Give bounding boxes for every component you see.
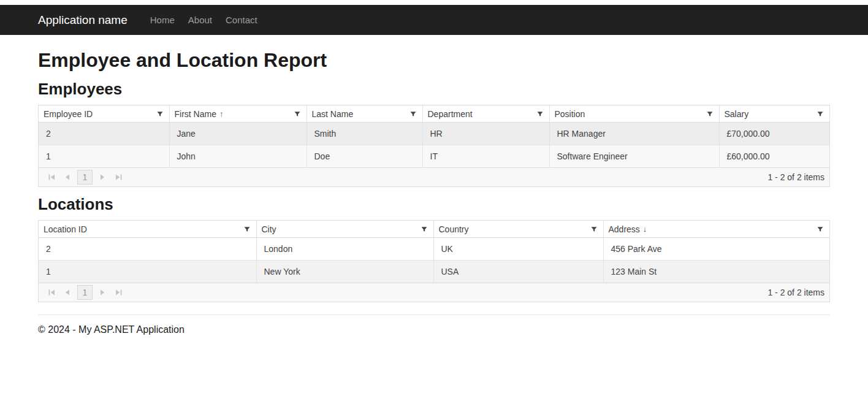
navbar: Application name Home About Contact: [0, 5, 868, 35]
current-page-button[interactable]: 1: [77, 170, 93, 185]
table-cell: 2: [39, 238, 256, 261]
column-label: Last Name: [312, 109, 354, 119]
filter-icon[interactable]: [706, 110, 714, 118]
column-label: Location ID: [44, 224, 87, 234]
filter-icon[interactable]: [156, 110, 164, 118]
filter-icon[interactable]: [590, 225, 598, 234]
column-label: City: [262, 224, 276, 234]
page-title: Employee and Location Report: [38, 49, 830, 72]
locations-pager: 1 1 - 2 of 2 items: [39, 283, 829, 302]
employees-grid: Employee ID First Name ↑: [38, 105, 830, 187]
column-header-department[interactable]: Department: [422, 105, 549, 123]
table-cell: 1: [39, 261, 256, 283]
table-cell: £70,000.00: [719, 123, 829, 145]
table-cell: £60,000.00: [719, 145, 829, 168]
table-cell: London: [256, 238, 433, 261]
column-header-location-id[interactable]: Location ID: [39, 221, 256, 238]
filter-icon[interactable]: [243, 225, 251, 234]
sort-desc-icon: ↓: [643, 224, 647, 234]
column-label: Position: [555, 109, 585, 119]
navbar-container: Application name Home About Contact: [38, 5, 830, 35]
nav-link-home[interactable]: Home: [143, 15, 181, 25]
table-cell: 123 Main St: [603, 261, 829, 283]
first-page-button[interactable]: [44, 285, 59, 300]
nav-links: Home About Contact: [143, 15, 264, 25]
filter-icon[interactable]: [536, 110, 544, 118]
prev-page-button[interactable]: [59, 285, 75, 300]
main-content: Employee and Location Report Employees E…: [38, 49, 830, 345]
column-header-city[interactable]: City: [256, 221, 433, 238]
next-page-button[interactable]: [94, 285, 110, 300]
last-page-button[interactable]: [110, 170, 126, 185]
employees-heading: Employees: [38, 80, 830, 99]
locations-grid: Location ID City: [38, 220, 830, 302]
table-cell: UK: [433, 238, 603, 261]
copyright-text: © 2024 - My ASP.NET Application: [38, 324, 830, 335]
table-row: 2 London UK 456 Park Ave: [39, 238, 829, 261]
table-cell: 456 Park Ave: [603, 238, 829, 261]
pager-info: 1 - 2 of 2 items: [767, 288, 824, 297]
column-header-salary[interactable]: Salary: [719, 105, 829, 123]
table-cell: Software Engineer: [549, 145, 719, 168]
column-label: Country: [439, 224, 469, 234]
column-label: Employee ID: [44, 109, 93, 119]
pager-info: 1 - 2 of 2 items: [767, 172, 824, 182]
column-header-last-name[interactable]: Last Name: [306, 105, 422, 123]
filter-icon[interactable]: [293, 110, 302, 118]
locations-heading: Locations: [38, 195, 830, 214]
employees-pager: 1 1 - 2 of 2 items: [39, 167, 829, 186]
filter-icon[interactable]: [816, 110, 824, 118]
table-cell: HR: [422, 123, 549, 145]
filter-icon[interactable]: [816, 225, 824, 234]
column-header-country[interactable]: Country: [433, 221, 603, 238]
table-cell: New York: [256, 261, 433, 283]
locations-header-row: Location ID City: [39, 221, 829, 238]
table-cell: John: [169, 145, 306, 168]
table-cell: 2: [39, 123, 169, 145]
first-page-button[interactable]: [44, 170, 59, 185]
table-cell: Jane: [169, 123, 306, 145]
sort-asc-icon: ↑: [219, 109, 224, 118]
table-cell: Smith: [306, 123, 422, 145]
table-cell: Doe: [306, 145, 422, 168]
prev-page-button[interactable]: [59, 170, 75, 185]
nav-link-about[interactable]: About: [181, 15, 219, 25]
filter-icon[interactable]: [409, 110, 417, 118]
last-page-button[interactable]: [110, 285, 126, 300]
column-label: Salary: [725, 109, 749, 119]
column-header-employee-id[interactable]: Employee ID: [39, 105, 169, 123]
table-cell: USA: [433, 261, 603, 283]
employees-section: Employees Employee ID: [38, 80, 830, 187]
nav-link-contact[interactable]: Contact: [219, 15, 264, 25]
current-page-button[interactable]: 1: [77, 285, 93, 300]
table-cell: HR Manager: [549, 123, 719, 145]
column-label: Address: [609, 224, 640, 234]
column-header-address[interactable]: Address ↓: [603, 221, 829, 238]
column-label: First Name: [175, 109, 216, 119]
employees-header-row: Employee ID First Name ↑: [39, 105, 829, 123]
next-page-button[interactable]: [94, 170, 110, 185]
page-footer: © 2024 - My ASP.NET Application: [38, 314, 830, 345]
table-row: 1 New York USA 123 Main St: [39, 261, 829, 283]
locations-section: Locations Location ID: [38, 195, 830, 302]
table-cell: IT: [422, 145, 549, 168]
app-brand-link[interactable]: Application name: [38, 13, 128, 27]
table-cell: 1: [39, 145, 169, 168]
column-header-first-name[interactable]: First Name ↑: [169, 105, 306, 123]
table-row: 2 Jane Smith HR HR Manager £70,000.00: [39, 123, 829, 145]
column-header-position[interactable]: Position: [549, 105, 719, 123]
table-row: 1 John Doe IT Software Engineer £60,000.…: [39, 145, 829, 168]
column-label: Department: [428, 109, 473, 119]
filter-icon[interactable]: [420, 225, 428, 234]
